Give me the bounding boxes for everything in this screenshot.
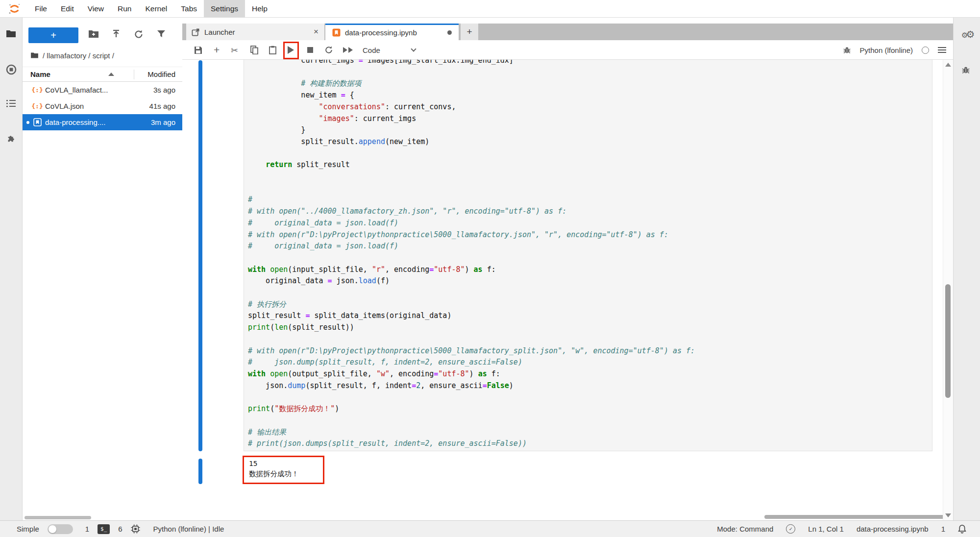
launcher-icon: [192, 28, 200, 36]
copy-icon[interactable]: [250, 40, 258, 60]
menu-help[interactable]: Help: [245, 0, 274, 18]
file-row-covla-json[interactable]: {:} CoVLA.json 41s ago: [23, 98, 182, 114]
menu-settings[interactable]: Settings: [204, 0, 245, 18]
breadcrumb[interactable]: / llamafactory / script /: [30, 48, 114, 63]
tab-data-processing[interactable]: data-processing.ipynb: [325, 24, 459, 40]
notebook-file-icon: [32, 118, 42, 126]
extensions-icon[interactable]: [6, 133, 17, 144]
tab-label: Launcher: [204, 28, 235, 36]
file-modified: 3s ago: [153, 86, 175, 94]
terminal-icon[interactable]: $_: [98, 524, 110, 534]
terminal-count: 1: [85, 525, 89, 533]
tab-bar: Launcher × data-processing.ipynb +: [182, 24, 953, 40]
filter-icon[interactable]: [157, 29, 166, 38]
cell-type-dropdown[interactable]: Code: [363, 40, 380, 60]
paste-icon[interactable]: [269, 40, 276, 60]
menu-icon[interactable]: [938, 46, 946, 54]
debugger-icon[interactable]: [961, 66, 970, 74]
kernel-name[interactable]: Python (lfonline): [860, 46, 913, 54]
scroll-down-icon[interactable]: [945, 513, 951, 517]
menubar: File Edit View Run Kernel Tabs Settings …: [0, 0, 980, 18]
kernel-status-icon[interactable]: [922, 47, 929, 54]
scroll-up-icon[interactable]: [945, 63, 951, 67]
file-modified: 41s ago: [149, 102, 175, 110]
simple-mode-label: Simple: [17, 525, 39, 533]
notebook-content: current_imgs = images[img_start_idx:img_…: [182, 60, 953, 520]
sort-asc-icon[interactable]: [108, 73, 114, 76]
active-cell-bar[interactable]: [198, 60, 202, 451]
column-modified[interactable]: Modified: [147, 70, 175, 78]
status-bar: Simple 1 $_ 6 Python (lfonline) | Idle M…: [0, 520, 980, 537]
toc-icon[interactable]: [6, 98, 17, 108]
file-browser-icon[interactable]: [6, 29, 16, 38]
right-sidebar: ⚙⚙: [953, 18, 980, 520]
menu-tabs[interactable]: Tabs: [174, 0, 204, 18]
file-modified: 3m ago: [151, 118, 175, 126]
menu-run[interactable]: Run: [111, 0, 138, 18]
kernel-count: 6: [118, 525, 122, 533]
menu-file[interactable]: File: [28, 0, 54, 18]
close-icon[interactable]: ×: [314, 27, 318, 37]
chevron-down-icon[interactable]: [412, 40, 416, 60]
jupyter-logo-icon: [8, 2, 21, 15]
new-folder-icon[interactable]: [88, 29, 99, 38]
breadcrumb-path: / llamafactory / script /: [43, 51, 114, 60]
save-icon[interactable]: [194, 40, 202, 60]
file-list-header: Name Modified: [23, 67, 182, 82]
file-name: CoVLA_llamafact...: [45, 86, 108, 94]
menu-view[interactable]: View: [81, 0, 111, 18]
running-kernels-icon[interactable]: [6, 64, 17, 75]
vscroll-thumb[interactable]: [945, 284, 951, 398]
menu-kernel[interactable]: Kernel: [138, 0, 174, 18]
upload-icon[interactable]: [111, 29, 121, 39]
new-tab-button[interactable]: +: [461, 24, 478, 40]
dock-panel: Launcher × data-processing.ipynb + + ✂: [182, 18, 953, 520]
new-launcher-button[interactable]: +: [28, 27, 78, 43]
stop-icon[interactable]: [307, 40, 313, 60]
notification-count: 1: [941, 525, 945, 533]
refresh-icon[interactable]: [134, 29, 144, 39]
tab-launcher[interactable]: Launcher ×: [186, 24, 324, 40]
output-line: 15: [249, 459, 318, 469]
property-inspector-icon[interactable]: ⚙⚙: [961, 28, 973, 40]
notebook-vscrollbar[interactable]: [943, 60, 953, 520]
output-annotation-box: 15 数据拆分成功！: [243, 456, 324, 484]
cursor-position: Ln 1, Col 1: [808, 525, 844, 533]
run-annotation-box: [283, 42, 299, 59]
output-cell-bar[interactable]: [198, 459, 202, 484]
cut-icon[interactable]: ✂: [231, 40, 238, 60]
notebook-toolbar: + ✂ Code Python (lfonline): [182, 40, 953, 60]
add-cell-icon[interactable]: +: [214, 40, 220, 60]
bug-icon[interactable]: [843, 46, 851, 54]
file-row-covla-llamafactory[interactable]: {:} CoVLA_llamafact... 3s ago: [23, 82, 182, 98]
kernel-status-text: Python (lfonline) | Idle: [153, 525, 224, 533]
notebook-hscroll-thumb[interactable]: [764, 515, 947, 519]
kernel-chip-icon[interactable]: [131, 524, 140, 534]
file-browser-panel: + / llamafactory / script / Name Modifie…: [23, 18, 182, 520]
activity-bar: [0, 18, 23, 520]
output-line: 数据拆分成功！: [249, 469, 318, 479]
json-file-icon: {:}: [32, 86, 42, 94]
column-name[interactable]: Name: [30, 70, 50, 78]
code-cell-editor[interactable]: current_imgs = images[img_start_idx:img_…: [244, 60, 932, 451]
column-divider: [134, 70, 134, 79]
json-file-icon: {:}: [32, 102, 42, 110]
tab-label: data-processing.ipynb: [345, 28, 417, 37]
restart-run-all-icon[interactable]: [343, 40, 354, 60]
statusbar-filename: data-processing.ipynb: [857, 525, 929, 533]
file-list: {:} CoVLA_llamafact... 3s ago {:} CoVLA.…: [23, 82, 182, 130]
restart-icon[interactable]: [324, 40, 333, 60]
menu-edit[interactable]: Edit: [54, 0, 81, 18]
bell-icon[interactable]: [958, 524, 966, 534]
file-name: CoVLA.json: [45, 102, 84, 110]
dirty-dot-icon[interactable]: [447, 30, 452, 35]
trusted-icon[interactable]: ✓: [786, 524, 795, 534]
notebook-icon: [332, 28, 341, 37]
mode-indicator: Mode: Command: [717, 525, 773, 533]
file-row-data-processing[interactable]: data-processing.... 3m ago: [23, 114, 182, 130]
code-text[interactable]: current_imgs = images[img_start_idx:img_…: [244, 60, 932, 450]
simple-mode-toggle[interactable]: [48, 524, 73, 534]
filebrowser-hscroll-thumb[interactable]: [24, 516, 91, 519]
file-name: data-processing....: [45, 118, 105, 126]
unsaved-dot-icon: [26, 121, 29, 124]
